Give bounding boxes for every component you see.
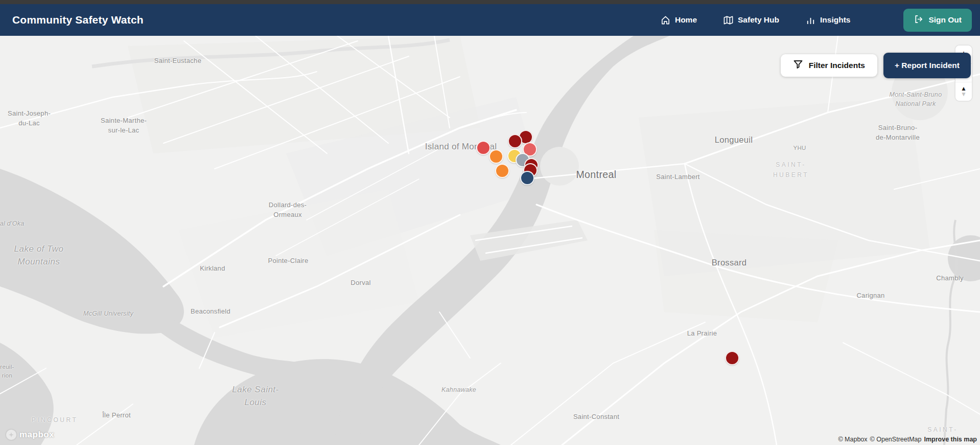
filter-incidents-button[interactable]: Filter Incidents [781, 54, 877, 77]
browser-chrome-strip [0, 0, 980, 4]
main-nav: Home Safety Hub Insights [661, 9, 972, 32]
bar-chart-icon [806, 15, 815, 25]
nav-label: Home [675, 15, 697, 25]
logout-icon [914, 14, 923, 26]
app-window: Community Safety Watch Home Safety Hub [0, 0, 980, 445]
mapbox-logo-icon [5, 429, 17, 441]
nav-item-safety-hub[interactable]: Safety Hub [724, 15, 779, 25]
map-tiles [0, 36, 980, 445]
map-toolbar: Filter Incidents + Report Incident [781, 53, 971, 78]
nav-item-insights[interactable]: Insights [806, 15, 850, 25]
attribution-osm-link[interactable]: © OpenStreetMap [870, 436, 922, 443]
report-incident-label: + Report Incident [895, 61, 960, 70]
incident-marker-orange[interactable] [489, 149, 503, 164]
compass-button[interactable]: ▲ ▼ [955, 82, 972, 101]
report-incident-button[interactable]: + Report Incident [883, 53, 971, 78]
funnel-icon [793, 59, 803, 72]
map-attribution: © Mapbox © OpenStreetMap Improve this ma… [838, 436, 977, 443]
nav-item-home[interactable]: Home [661, 15, 697, 25]
sign-out-button[interactable]: Sign Out [903, 9, 972, 32]
pitch-down-icon: ▼ [961, 92, 967, 97]
map-icon [724, 15, 733, 25]
mapbox-logo[interactable]: mapbox [5, 429, 54, 441]
map-canvas[interactable]: Saint-EustacheSaint-Joseph- du-LacSainte… [0, 36, 980, 445]
improve-map-link[interactable]: Improve this map [924, 436, 977, 443]
filter-incidents-label: Filter Incidents [809, 61, 865, 70]
sign-out-label: Sign Out [928, 15, 962, 25]
app-header: Community Safety Watch Home Safety Hub [0, 4, 980, 36]
attribution-mapbox-link[interactable]: © Mapbox [838, 436, 867, 443]
nav-label: Safety Hub [738, 15, 779, 25]
home-icon [661, 15, 670, 25]
incident-marker-darkred[interactable] [508, 134, 522, 148]
incident-marker-red[interactable] [476, 141, 491, 155]
incident-marker-orange[interactable] [495, 164, 509, 178]
nav-label: Insights [820, 15, 850, 25]
incident-marker-navy[interactable] [520, 171, 534, 185]
incident-marker-darkred[interactable] [725, 351, 739, 365]
page-title: Community Safety Watch [12, 14, 144, 26]
mapbox-wordmark: mapbox [19, 430, 54, 440]
